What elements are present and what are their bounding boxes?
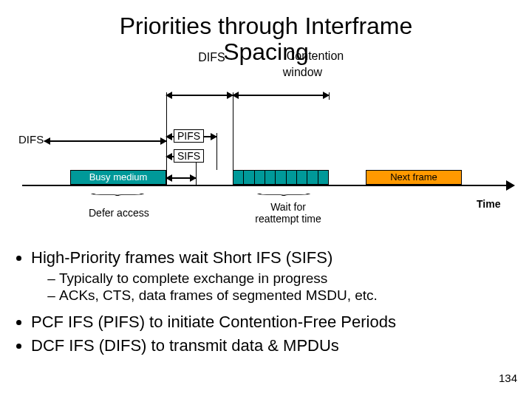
window-label: window [283,66,349,79]
arrow-difs-span [166,95,233,96]
difs-label-top: DIFS [198,51,225,64]
list-item: Typically to complete exchange in progre… [59,270,516,287]
cw-slot [307,171,318,184]
brace-icon: ⏟ [257,183,310,196]
cw-slot [287,171,297,184]
page-number: 134 [499,372,517,384]
next-frame-block: Next frame [366,170,462,185]
wait-reattempt-label: Wait for reattempt time [248,201,329,225]
list-item: High-Priority frames wait Short IFS (SIF… [31,248,516,304]
pifs-label: PIFS [174,129,204,143]
bullet-list: High-Priority frames wait Short IFS (SIF… [16,248,516,358]
arrow-contention-window [233,95,329,96]
cw-slot [233,171,244,184]
contention-window-block [233,170,329,185]
slide-title: Priorities through Interframe Spacing DI… [0,13,532,65]
cw-slot [255,171,265,184]
bullet-text: High-Priority frames wait Short IFS (SIF… [31,248,332,267]
defer-access-label: Defer access [89,207,149,219]
cw-slot [297,171,307,184]
arrow-gap [166,177,196,179]
cw-slot [244,171,254,184]
brace-icon: ⏟ [91,183,144,196]
time-axis-label: Time [477,198,500,210]
list-item: PCF IFS (PIFS) to initiate Contention-Fr… [31,312,516,332]
cw-slot [265,171,276,184]
time-axis-arrow-icon [506,180,515,191]
list-item: ACKs, CTS, data frames of segmented MSDU… [59,287,516,304]
list-item: DCF IFS (DIFS) to transmit data & MPDUs [31,335,516,356]
timing-diagram: DIFS PIFS SIFS Busy medium Next frame ⏟ … [22,89,510,236]
title-line1: Priorities through Interframe [0,13,532,39]
difs-label-left: DIFS [18,133,44,146]
contention-label: Contention [287,50,353,63]
title-line2: Spacing DIFS Contention window [223,39,309,65]
busy-medium-block: Busy medium [70,170,166,185]
cw-slot [318,171,328,184]
cw-slot [276,171,286,184]
arrow-difs-left [44,140,166,142]
sifs-label: SIFS [174,149,204,163]
